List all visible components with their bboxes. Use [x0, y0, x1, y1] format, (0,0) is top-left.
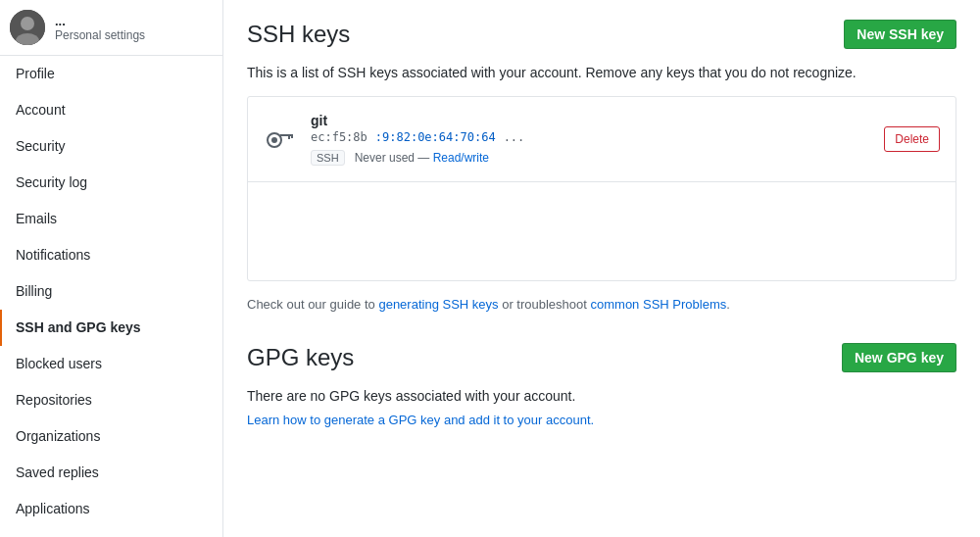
sidebar-item-applications[interactable]: Applications [0, 491, 222, 527]
key-usage: Never used — Read/write [355, 151, 489, 165]
delete-key-button[interactable]: Delete [884, 126, 940, 152]
sidebar-item-ssh-gpg[interactable]: SSH and GPG keys [0, 310, 222, 346]
key-box-empty-area [248, 182, 956, 280]
key-fingerprint: ec:f5:8b :9:82:0e:64:70:64 ... [311, 130, 884, 144]
sidebar: ... Personal settings Profile Account Se… [0, 0, 223, 537]
ssh-footer: Check out our guide to generating SSH ke… [247, 297, 956, 312]
sidebar-item-billing[interactable]: Billing [0, 273, 222, 310]
svg-point-1 [21, 17, 34, 30]
sidebar-item-profile[interactable]: Profile [0, 56, 222, 92]
fingerprint-part2: :9:82:0e:64:70:64 [375, 130, 496, 144]
gpg-section-header: GPG keys New GPG key [247, 343, 956, 372]
ssh-keys-box: git ec:f5:8b :9:82:0e:64:70:64 ... SSH N… [247, 96, 956, 281]
sidebar-user-info: ... Personal settings [55, 14, 145, 42]
ssh-problems-link[interactable]: common SSH Problems [591, 297, 727, 312]
main-content: SSH keys New SSH key This is a list of S… [223, 0, 980, 537]
sidebar-item-account[interactable]: Account [0, 92, 222, 128]
read-write-link[interactable]: Read/write [433, 151, 489, 165]
sidebar-link-account[interactable]: Account [0, 92, 222, 128]
sidebar-subtitle: Personal settings [55, 28, 145, 42]
sidebar-user: ... Personal settings [0, 0, 222, 56]
sidebar-item-organizations[interactable]: Organizations [0, 418, 222, 455]
sidebar-link-organizations[interactable]: Organizations [0, 418, 222, 455]
key-date: ... [504, 130, 525, 144]
svg-point-4 [271, 137, 277, 143]
sidebar-item-security-log[interactable]: Security log [0, 165, 222, 201]
gpg-learn-link[interactable]: Learn how to generate a GPG key and add … [247, 413, 594, 427]
ssh-footer-text: Check out our guide to [247, 297, 378, 312]
sidebar-link-saved-replies[interactable]: Saved replies [0, 455, 222, 491]
avatar [10, 10, 45, 45]
ssh-section-title: SSH keys [247, 21, 350, 48]
gpg-section-title: GPG keys [247, 344, 354, 371]
sidebar-item-saved-replies[interactable]: Saved replies [0, 455, 222, 491]
sidebar-link-emails[interactable]: Emails [0, 201, 222, 237]
key-info: git ec:f5:8b :9:82:0e:64:70:64 ... SSH N… [311, 113, 884, 166]
gpg-description: There are no GPG keys associated with yo… [247, 388, 956, 404]
sidebar-link-notifications[interactable]: Notifications [0, 237, 222, 273]
generating-ssh-keys-link[interactable]: generating SSH keys [378, 297, 498, 312]
sidebar-username: ... [55, 14, 145, 28]
sidebar-link-ssh-gpg[interactable]: SSH and GPG keys [0, 310, 222, 346]
ssh-footer-mid: or troubleshoot [499, 297, 591, 312]
sidebar-link-billing[interactable]: Billing [0, 273, 222, 310]
key-icon [264, 122, 295, 157]
sidebar-link-profile[interactable]: Profile [0, 56, 222, 92]
sidebar-item-emails[interactable]: Emails [0, 201, 222, 237]
sidebar-link-repositories[interactable]: Repositories [0, 382, 222, 418]
sidebar-item-blocked-users[interactable]: Blocked users [0, 346, 222, 382]
ssh-description: This is a list of SSH keys associated wi… [247, 65, 956, 80]
key-name: git [311, 113, 884, 128]
new-gpg-key-button[interactable]: New GPG key [842, 343, 956, 372]
sidebar-link-applications[interactable]: Applications [0, 491, 222, 527]
ssh-section-header: SSH keys New SSH key [247, 20, 956, 49]
sidebar-item-repositories[interactable]: Repositories [0, 382, 222, 418]
sidebar-nav: Profile Account Security Security log Em… [0, 56, 222, 527]
new-ssh-key-button[interactable]: New SSH key [844, 20, 956, 49]
sidebar-item-security[interactable]: Security [0, 128, 222, 165]
ssh-footer-end: . [726, 297, 730, 312]
sidebar-link-security-log[interactable]: Security log [0, 165, 222, 201]
key-badges: SSH Never used — Read/write [311, 150, 884, 166]
key-usage-text: Never used — [355, 151, 433, 165]
sidebar-link-blocked-users[interactable]: Blocked users [0, 346, 222, 382]
fingerprint-part1: ec:f5:8b [311, 130, 368, 144]
ssh-key-row: git ec:f5:8b :9:82:0e:64:70:64 ... SSH N… [248, 97, 956, 182]
gpg-section: GPG keys New GPG key There are no GPG ke… [247, 343, 956, 427]
ssh-badge: SSH [311, 150, 345, 166]
sidebar-item-notifications[interactable]: Notifications [0, 237, 222, 273]
sidebar-link-security[interactable]: Security [0, 128, 222, 165]
